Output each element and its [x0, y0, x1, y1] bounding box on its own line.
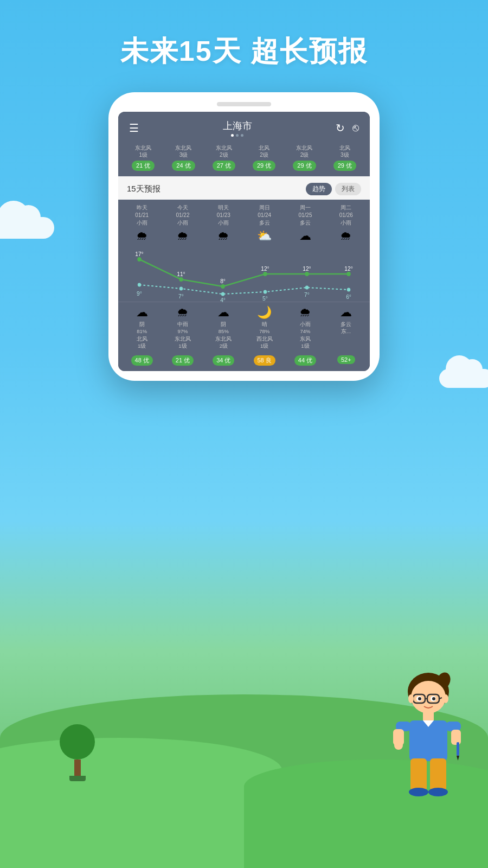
- aqi-top-item-2: 东北风 2级 27 优: [204, 144, 243, 171]
- aqi-badge-5: 29 优: [333, 161, 356, 171]
- aqi-top-row: 东北风 1级 21 优 东北风 3级 24 优 东北风 2级 27 优 北风 2…: [118, 141, 370, 176]
- phone-notch: [217, 102, 271, 106]
- tab-trend[interactable]: 趋势: [306, 183, 332, 195]
- svg-rect-46: [410, 758, 427, 791]
- tree-decoration: [60, 724, 95, 781]
- day-icon-1: 🌧: [162, 229, 203, 243]
- phone-body: ☰ 上海市 ↻ ⎋ 东北风 1级 21 优 东北风 3级: [108, 92, 380, 381]
- svg-point-1: [179, 277, 183, 282]
- night-icon-5: ☁: [326, 305, 367, 320]
- bottom-aqi-badge-5: 52+: [337, 355, 355, 364]
- night-item-4: 🌧 小雨 74% 东风 1级: [285, 305, 325, 349]
- aqi-top-item-4: 东北风 2级 29 优: [285, 144, 324, 171]
- forecast-tabs: 趋势 列表: [306, 183, 361, 195]
- svg-point-9: [264, 290, 267, 294]
- svg-rect-47: [430, 758, 446, 791]
- menu-icon[interactable]: ☰: [129, 122, 139, 135]
- night-item-3: 🌙 晴 78% 西北风 1级: [244, 305, 285, 349]
- dot-1: [231, 134, 234, 137]
- forecast-day-2: 明天 01/23小雨 🌧: [203, 204, 244, 245]
- svg-text:4°: 4°: [220, 297, 226, 303]
- bottom-aqi-badge-1: 21 优: [172, 355, 194, 366]
- forecast-section: 15天预报 趋势 列表: [118, 176, 370, 200]
- dot-2: [236, 134, 239, 137]
- svg-text:8°: 8°: [220, 278, 226, 284]
- bottom-aqi-item-2: 34 优: [203, 354, 244, 366]
- bottom-aqi-item-1: 21 优: [162, 354, 203, 366]
- temperature-chart: 17° 11° 8° 12° 12° 12° 9° 7° 4° 5° 7° 6°: [118, 247, 370, 302]
- night-item-0: ☁ 阴 81% 北风 1级: [121, 305, 162, 349]
- refresh-icon[interactable]: ↻: [336, 122, 345, 135]
- night-label-2: 阴 85% 东北风 2级: [203, 321, 244, 349]
- night-item-5: ☁ 多云 东...: [326, 305, 367, 349]
- svg-text:11°: 11°: [177, 271, 185, 277]
- character-svg: [385, 662, 472, 825]
- bottom-aqi-badge-4: 44 优: [294, 355, 316, 366]
- svg-point-2: [221, 284, 224, 289]
- bottom-aqi-item-5: 52+: [326, 354, 367, 366]
- tree-grass: [69, 776, 86, 781]
- app-header: ☰ 上海市 ↻ ⎋: [118, 112, 370, 141]
- bottom-aqi-badge-0: 48 优: [131, 355, 153, 366]
- night-label-1: 中雨 97% 东北风 1级: [162, 321, 203, 349]
- svg-point-48: [409, 788, 428, 796]
- share-icon[interactable]: ⎋: [352, 122, 359, 135]
- night-item-2: ☁ 阴 85% 东北风 2级: [203, 305, 244, 349]
- forecast-day-1: 今天 01/22小雨 🌧: [162, 204, 203, 245]
- forecast-day-0: 昨天 01/21小雨 🌧: [121, 204, 162, 245]
- aqi-wind-2: 东北风 2级: [204, 144, 243, 158]
- bottom-aqi-badge-2: 34 优: [213, 355, 234, 366]
- day-icon-2: 🌧: [203, 229, 244, 243]
- aqi-top-item-1: 东北风 3级 24 优: [164, 144, 203, 171]
- bottom-aqi-badge-3: 58 良: [254, 355, 275, 366]
- forecast-header: 15天预报 趋势 列表: [118, 176, 370, 200]
- svg-text:7°: 7°: [178, 293, 184, 299]
- svg-point-35: [432, 697, 435, 700]
- phone-frame: ☰ 上海市 ↻ ⎋ 东北风 1级 21 优 东北风 3级: [108, 92, 380, 381]
- night-label-0: 阴 81% 北风 1级: [121, 321, 162, 349]
- svg-point-10: [305, 286, 309, 290]
- day-label-3: 周日 01/24多云: [244, 204, 285, 227]
- forecast-title: 15天预报: [127, 184, 160, 194]
- tab-list[interactable]: 列表: [335, 183, 361, 195]
- aqi-wind-4: 东北风 2级: [285, 144, 324, 158]
- svg-text:17°: 17°: [135, 251, 143, 257]
- svg-point-3: [263, 272, 267, 276]
- hill-front: [0, 738, 282, 868]
- day-icon-0: 🌧: [121, 229, 162, 243]
- temp-chart-svg: 17° 11° 8° 12° 12° 12° 9° 7° 4° 5° 7° 6°: [118, 250, 370, 304]
- night-forecast-row: ☁ 阴 81% 北风 1级 🌧 中雨 97% 东北风 1级 ☁ 阴 85% 东北…: [118, 302, 370, 352]
- svg-point-37: [443, 694, 448, 703]
- night-icon-2: ☁: [203, 305, 244, 320]
- day-label-4: 周一 01/25多云: [285, 204, 325, 227]
- aqi-top-item-3: 北风 2级 29 优: [245, 144, 284, 171]
- city-title: 上海市: [223, 119, 252, 132]
- svg-point-34: [418, 697, 421, 700]
- svg-point-36: [408, 694, 414, 703]
- aqi-top-item-5: 北风 3级 29 优: [325, 144, 364, 171]
- bottom-aqi-item-3: 58 良: [244, 354, 285, 366]
- bottom-aqi-item-4: 44 优: [285, 354, 325, 366]
- svg-text:12°: 12°: [261, 265, 269, 272]
- aqi-badge-2: 27 优: [213, 161, 235, 171]
- svg-point-6: [138, 283, 141, 287]
- svg-text:12°: 12°: [344, 265, 352, 272]
- aqi-badge-4: 29 优: [293, 161, 316, 171]
- aqi-badge-3: 29 优: [253, 161, 275, 171]
- header-actions: ↻ ⎋: [336, 122, 359, 135]
- svg-text:5°: 5°: [262, 295, 268, 302]
- day-icon-3: ⛅: [244, 229, 285, 243]
- aqi-badge-0: 21 优: [132, 161, 155, 171]
- night-label-3: 晴 78% 西北风 1级: [244, 321, 285, 349]
- svg-point-49: [428, 788, 448, 796]
- aqi-wind-1: 东北风 3级: [164, 144, 203, 158]
- day-label-0: 昨天 01/21小雨: [121, 204, 162, 227]
- svg-point-8: [221, 292, 224, 296]
- forecast-day-5: 周二 01/26小雨 🌧: [326, 204, 367, 245]
- day-icon-4: ☁: [285, 229, 325, 243]
- night-icon-4: 🌧: [285, 305, 325, 320]
- day-label-1: 今天 01/22小雨: [162, 204, 203, 227]
- cloud-right: [439, 369, 488, 388]
- page-title: 未来15天 超长预报: [0, 33, 488, 71]
- svg-rect-43: [451, 730, 461, 745]
